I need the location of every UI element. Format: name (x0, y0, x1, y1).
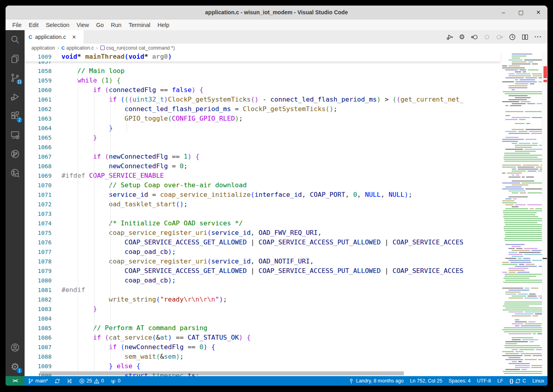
code-line[interactable]: 1071 service_id = coap_service_initializ… (25, 190, 501, 200)
code-line[interactable]: 1078 coap_service_register_uri(service_i… (25, 257, 501, 266)
code-line[interactable]: 1080 coap_oad_cb); (25, 276, 501, 285)
maximize-button[interactable]: ▢ (518, 9, 524, 15)
window-controls: –▢✕ (501, 6, 541, 19)
status-branch[interactable]: main* (25, 376, 51, 386)
menu-view[interactable]: View (73, 21, 92, 29)
activity-source-control[interactable]: 11 (6, 68, 25, 87)
code-text: // Setup Coap over-the-air download (61, 181, 247, 190)
sticky-scroll-line[interactable]: 1009void* mainThread(void* arg0) (25, 52, 501, 61)
status-sync[interactable] (51, 376, 63, 386)
code-line[interactable]: 1073 (25, 209, 501, 219)
symbol-method-icon (100, 46, 105, 50)
branch-label: main* (35, 378, 48, 384)
code-line[interactable]: 1059 while (1) { (25, 76, 501, 85)
code-line[interactable]: 1065 } (25, 133, 501, 142)
code-line[interactable]: 1069#ifdef COAP_SERVICE_ENABLE (25, 171, 501, 181)
code-line[interactable]: 1066 (25, 142, 501, 152)
gear-icon: ⚙ (459, 33, 465, 41)
tab-application-c[interactable]: C application.c ✕ (25, 30, 84, 44)
activity-remote-explorer[interactable] (6, 125, 25, 144)
minimap[interactable] (501, 52, 542, 376)
status-indentation[interactable]: Spaces: 4 (445, 376, 474, 386)
activity-run-debug[interactable] (6, 87, 25, 106)
editor[interactable]: 10571058 // Main loop1059 while (1) {106… (25, 52, 547, 376)
error-icon (79, 378, 85, 384)
activity-settings[interactable]: ⚙1 (6, 357, 25, 376)
code-line[interactable]: 1064 } (25, 123, 501, 133)
status-blame[interactable]: Landry, 8 months ago (345, 376, 407, 386)
code-text: coap_oad_cb); (61, 276, 176, 285)
menu-selection[interactable]: Selection (42, 21, 73, 29)
code-line[interactable]: 1082 write_string("ready\r\n\r\n"); (25, 295, 501, 304)
radio-tower-icon (110, 378, 116, 384)
menu-help[interactable]: Help (154, 21, 173, 29)
code-line[interactable]: 1072 oad_tasklet_start(); (25, 200, 501, 209)
code-line[interactable]: 1009void* mainThread(void* arg0) (25, 52, 501, 61)
code-text: if (newConnectedFlg == 1) { (61, 152, 200, 161)
menu-terminal[interactable]: Terminal (125, 21, 154, 29)
status-cursor-position[interactable]: Ln 752, Col 25 (407, 376, 445, 386)
run-or-debug-icon[interactable] (446, 34, 453, 40)
minimize-button[interactable]: – (501, 9, 506, 15)
more-actions-icon[interactable]: ··· (534, 33, 542, 40)
code-line[interactable]: 1083 } (25, 304, 501, 314)
tab-close-icon[interactable]: ✕ (72, 34, 76, 40)
remote-indicator[interactable]: >< (6, 376, 25, 386)
code-line[interactable]: 1074 /* Initialize CoAP OAD services */ (25, 219, 501, 228)
code-line[interactable]: 1063 GPIO_toggle(CONFIG_GPIO_RLED); (25, 114, 501, 123)
code-line[interactable]: 1085 // Perform AT command parsing (25, 323, 501, 333)
activity-gitlens-inspect[interactable] (6, 163, 25, 183)
activity-explorer[interactable] (6, 49, 25, 68)
settings-gear-icon[interactable]: ⚙ (459, 33, 465, 41)
code-area[interactable]: 10571058 // Main loop1059 while (1) {106… (25, 52, 501, 376)
code-text: if (connectedFlg == false) { (61, 85, 204, 95)
status-language-mode[interactable]: {} C (506, 376, 529, 386)
activity-search[interactable] (6, 30, 25, 49)
code-line[interactable]: 1075 coap_service_register_uri(service_i… (25, 228, 501, 238)
code-line[interactable]: 1077 coap_oad_cb); (25, 247, 501, 257)
menu-file[interactable]: File (9, 21, 25, 29)
breadcrumb-segment[interactable]: Capplication.c (61, 45, 94, 51)
overview-ruler[interactable] (542, 52, 547, 376)
code-line[interactable]: 1084 (25, 314, 501, 323)
code-line[interactable]: 1067 if (newConnectedFlg == 1) { (25, 152, 501, 161)
code-line[interactable]: 1062 connect_led_flash_period_ms = Clock… (25, 104, 501, 114)
menu-edit[interactable]: Edit (25, 21, 42, 29)
horizontal-scrollbar[interactable] (40, 371, 404, 375)
code-text: } (61, 133, 97, 142)
status-eol[interactable]: LF (494, 376, 507, 386)
close-button[interactable]: ✕ (536, 9, 541, 15)
code-line[interactable]: 1087 if (newConnectedFlg == 0) { (25, 342, 501, 352)
status-problems[interactable]: 25 0 (76, 376, 107, 386)
code-line[interactable]: 1060 if (connectedFlg == false) { (25, 85, 501, 95)
code-line[interactable]: 1079 COAP_SERVICE_ACCESS_GET_ALLOWED | C… (25, 266, 501, 276)
status-ports[interactable]: 0 (107, 376, 124, 386)
code-line[interactable]: 1081#endif (25, 285, 501, 295)
activity-accounts[interactable] (6, 338, 25, 357)
line-number: 1064 (35, 123, 52, 133)
timeline-icon[interactable] (509, 34, 516, 40)
code-line[interactable]: 1076 COAP_SERVICE_ACCESS_GET_ALLOWED | C… (25, 238, 501, 247)
status-graph[interactable] (63, 376, 76, 386)
code-line[interactable]: 1058 // Main loop (25, 66, 501, 76)
code-line[interactable]: 1068 newConnectedFlg = 0; (25, 161, 501, 171)
status-encoding[interactable]: UTF-8 (474, 376, 494, 386)
code-line[interactable]: 1089 } else { (25, 361, 501, 371)
error-count: 25 (86, 378, 92, 384)
code-line[interactable]: 1061 if (((uint32_t)ClockP_getSystemTick… (25, 95, 501, 104)
navigate-back-icon[interactable] (471, 34, 478, 40)
activity-extensions[interactable]: 2 (6, 106, 25, 125)
menu-run[interactable]: Run (108, 21, 125, 29)
code-line[interactable]: 1088 sem_wait(&sem); (25, 352, 501, 361)
breadcrumb-segment[interactable]: application (31, 45, 55, 51)
menu-go[interactable]: Go (92, 21, 107, 29)
code-line[interactable]: 1086 if (cat_service(&at) == CAT_STATUS_… (25, 333, 501, 342)
breadcrumb-segment[interactable]: csq_run(const cat_command *) (100, 45, 175, 51)
activity-gitlens[interactable] (6, 144, 25, 163)
code-line[interactable]: 1070 // Setup Coap over-the-air download (25, 181, 501, 190)
split-editor-icon[interactable] (522, 34, 528, 40)
code-text: #ifdef COAP_SERVICE_ENABLE (61, 171, 164, 181)
line-number: 1062 (35, 104, 52, 114)
status-os[interactable]: Linux (529, 376, 547, 386)
line-number: 1081 (35, 285, 52, 295)
